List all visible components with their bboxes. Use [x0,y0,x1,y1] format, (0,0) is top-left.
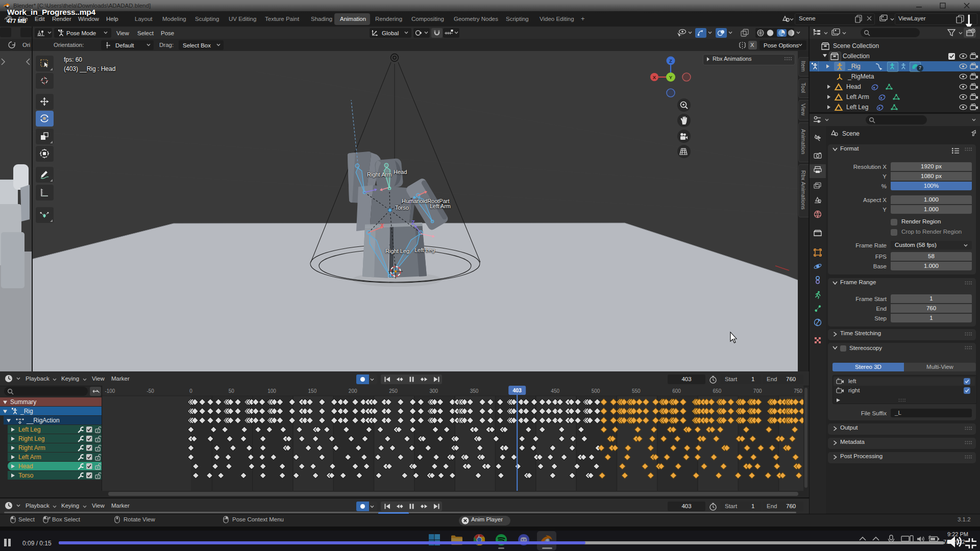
svg-text:-100: -100 [105,388,115,394]
svg-text:300: 300 [429,388,438,394]
svg-text:350: 350 [470,388,479,394]
svg-text:Z: Z [411,219,415,226]
svg-text:X: X [653,74,656,80]
svg-text:500: 500 [592,388,600,394]
svg-text:150: 150 [308,388,317,394]
svg-text:100: 100 [267,388,276,394]
svg-text:600: 600 [672,388,681,394]
svg-text:0: 0 [189,388,192,394]
svg-text:Z: Z [669,58,672,64]
svg-text:650: 650 [713,388,722,394]
svg-text:450: 450 [551,388,559,394]
svg-text:403: 403 [512,387,522,393]
svg-text:550: 550 [632,388,641,394]
svg-text:700: 700 [753,388,762,394]
svg-text:750: 750 [794,388,802,394]
svg-text:Y: Y [669,74,673,80]
svg-text:50: 50 [229,388,235,394]
svg-text:X: X [380,222,384,229]
svg-text:200: 200 [349,388,357,394]
svg-text:250: 250 [389,388,398,394]
svg-text:-50: -50 [146,388,154,394]
